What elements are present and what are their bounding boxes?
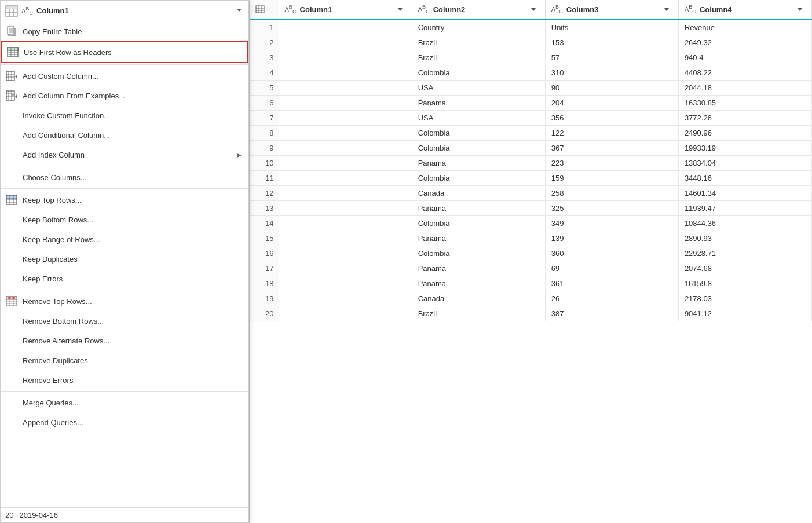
cell-12-col4: 11939.47 [678,201,811,216]
cell-9-col3: 223 [545,156,678,171]
menu-item-invoke-custom-function[interactable]: Invoke Custom Function... [1,105,248,125]
col3-type: ABC [551,4,563,14]
remove-bottom-rows-label: Remove Bottom Rows... [23,317,242,325]
svg-rect-33 [6,195,17,198]
cell-10-col4: 3448.16 [678,171,811,186]
col-type-label: ABC [21,6,33,16]
merge-queries-label: Merge Queries... [23,398,242,407]
cell-1-col4: 2649.32 [678,35,811,50]
bottom-row-num: 20 [5,511,13,520]
menu-item-keep-top-rows[interactable]: Keep Top Rows... [1,190,248,210]
table-row: 3Brazil57940.4 [250,50,812,65]
cell-18-col3: 26 [545,291,678,306]
col2-label: Column2 [433,5,466,14]
dropdown-icon [235,5,244,14]
cell-15-col2: Colombia [412,246,545,261]
col1-dropdown[interactable] [394,3,406,15]
cell-18-col1 [279,291,412,306]
col1-type: ABC [285,4,297,14]
cell-2-col3: 57 [545,50,678,65]
menu-item-choose-columns[interactable]: Choose Columns... [1,167,248,187]
cell-13-col1 [279,216,412,231]
col3-dropdown[interactable] [661,3,672,15]
context-menu: ABC Column1 Copy Entir [0,0,249,523]
svg-rect-46 [256,6,264,13]
cell-19-col3: 387 [545,306,678,321]
menu-item-remove-top-rows[interactable]: Remove Top Rows... [1,291,248,311]
append-icon [5,416,18,429]
menu-item-append-queries[interactable]: Append Queries... [1,412,248,432]
row-num-cell: 5 [250,81,279,96]
menu-item-add-column-from-examples[interactable]: + Add Column From Examples... [1,86,248,105]
svg-text:+: + [15,74,17,80]
add-col-examples-label: Add Column From Examples... [23,92,242,100]
cell-11-col4: 14601.34 [678,186,811,201]
col3-header: ABC Column3 [545,0,678,20]
cell-11-col2: Canada [412,186,545,201]
cell-7-col1 [279,126,412,141]
remove-dupes-icon [5,354,18,367]
use-first-row-icon [6,46,19,58]
column-dropdown-arrow[interactable] [235,5,244,16]
row-num-cell: 13 [250,201,279,216]
add-custom-column-label: Add Custom Column... [23,72,242,81]
table-row: 5USA902044.18 [250,81,812,96]
cell-13-col3: 349 [545,216,678,231]
cell-19-col4: 9041.12 [678,306,811,321]
remove-alt-rows-label: Remove Alternate Rows... [23,337,242,345]
cell-12-col2: Panama [412,201,545,216]
separator-5 [1,391,248,392]
cell-6-col4: 3772.26 [678,111,811,126]
cell-11-col3: 258 [545,186,678,201]
keep-dupes-icon [5,253,18,265]
table-row: 20Brazil3879041.12 [250,306,812,321]
row-num-cell: 6 [250,96,279,111]
cell-6-col2: USA [412,111,545,126]
menu-item-copy-entire-table[interactable]: Copy Entire Table [1,21,248,41]
keep-range-rows-label: Keep Range of Rows... [23,235,242,244]
menu-item-keep-errors[interactable]: Keep Errors [1,269,248,288]
cell-2-col1 [279,50,412,65]
menu-item-remove-errors[interactable]: Remove Errors [1,370,248,390]
menu-item-keep-duplicates[interactable]: Keep Duplicates [1,249,248,269]
copy-svg [7,26,16,36]
row-num-cell: 10 [250,156,279,171]
menu-item-keep-range-rows[interactable]: Keep Range of Rows... [1,229,248,249]
append-queries-label: Append Queries... [23,418,242,427]
index-col-icon [5,148,18,161]
menu-item-use-first-row[interactable]: Use First Row as Headers [1,41,248,63]
remove-errors-icon [5,374,18,386]
bottom-row-date: 2019-04-16 [19,511,58,520]
menu-item-keep-bottom-rows[interactable]: Keep Bottom Rows... [1,210,248,229]
remove-top-icon [5,295,18,308]
svg-rect-8 [8,27,14,34]
col4-dropdown[interactable] [794,3,806,15]
index-col-label: Add Index Column [23,151,237,159]
cell-4-col2: USA [412,81,545,96]
menu-item-remove-duplicates[interactable]: Remove Duplicates [1,350,248,370]
menu-item-merge-queries[interactable]: Merge Queries... [1,393,248,412]
menu-item-add-conditional-column[interactable]: Add Conditional Column... [1,125,248,145]
row-num-cell: 15 [250,231,279,246]
add-col-ex-svg: + [6,90,17,101]
menu-item-remove-bottom-rows[interactable]: Remove Bottom Rows... [1,311,248,331]
cell-5-col4: 16330.85 [678,96,811,111]
cell-19-col1 [279,306,412,321]
use-first-row-label: Use First Row as Headers [24,48,240,57]
cell-1-col1 [279,35,412,50]
menu-item-add-index-column[interactable]: Add Index Column ▶ [1,145,248,164]
table-row: 11Colombia1593448.16 [250,171,812,186]
col1-label: Column1 [300,5,332,14]
cell-1-col2: Brazil [412,35,545,50]
menu-item-remove-alternate-rows[interactable]: Remove Alternate Rows... [1,331,248,350]
col2-dropdown[interactable] [528,3,539,15]
table-row: 17Panama692074.68 [250,261,812,276]
cell-0-col2: Country [412,20,545,35]
row-num-cell: 20 [250,306,279,321]
cell-12-col1 [279,201,412,216]
menu-item-add-custom-column[interactable]: + Add Custom Column... [1,66,248,86]
cell-14-col1 [279,231,412,246]
table-row: 2Brazil1532649.32 [250,35,812,50]
use-first-row-svg [7,47,19,57]
separator-4 [1,290,248,290]
